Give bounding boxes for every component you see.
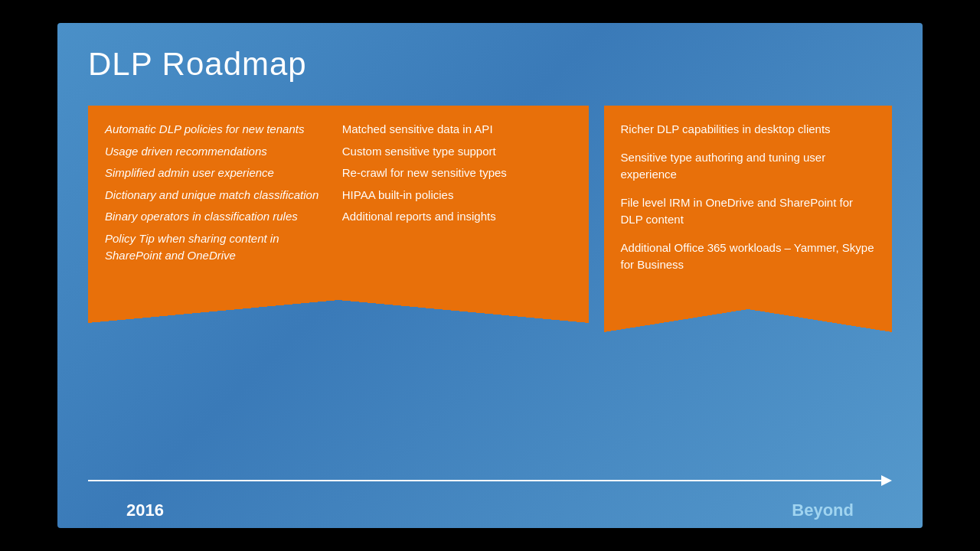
box-2016: Automatic DLP policies for new tenants U… [88, 106, 589, 300]
timeline [88, 475, 892, 486]
list-item: Additional Office 365 workloads – Yammer… [621, 240, 875, 274]
beyond-label: Beyond [792, 500, 854, 520]
col-left: Automatic DLP policies for new tenants U… [105, 121, 342, 269]
two-col-layout: Automatic DLP policies for new tenants U… [105, 121, 572, 269]
list-item: Richer DLP capabilities in desktop clien… [621, 121, 875, 139]
content-area: Automatic DLP policies for new tenants U… [88, 106, 892, 513]
slide: DLP Roadmap Automatic DLP policies for n… [57, 23, 923, 528]
list-item: Simplified admin user experience [105, 165, 335, 182]
timeline-labels: 2016 Beyond [88, 500, 892, 520]
list-item: Dictionary and unique match classificati… [105, 187, 335, 204]
slide-title: DLP Roadmap [88, 46, 892, 83]
box-beyond: Richer DLP capabilities in desktop clien… [604, 106, 892, 309]
list-item: File level IRM in OneDrive and SharePoin… [621, 194, 875, 229]
list-item: Custom sensitive type support [342, 143, 572, 161]
timeline-line [88, 480, 881, 481]
timeline-arrow-icon [881, 475, 892, 486]
list-item: HIPAA built-in policies [342, 187, 572, 204]
col-right: Matched sensitive data in API Custom sen… [342, 121, 572, 269]
list-item: Policy Tip when sharing content in Share… [105, 230, 335, 265]
list-item: Binary operators in classification rules [105, 208, 335, 226]
list-item: Re-crawl for new sensitive types [342, 165, 572, 182]
list-item: Additional reports and insights [342, 208, 572, 226]
list-item: Usage driven recommendations [105, 143, 335, 161]
list-item: Matched sensitive data in API [342, 121, 572, 139]
list-item: Sensitive type authoring and tuning user… [621, 149, 875, 184]
list-item: Automatic DLP policies for new tenants [105, 121, 335, 139]
year-2016-label: 2016 [126, 500, 164, 520]
